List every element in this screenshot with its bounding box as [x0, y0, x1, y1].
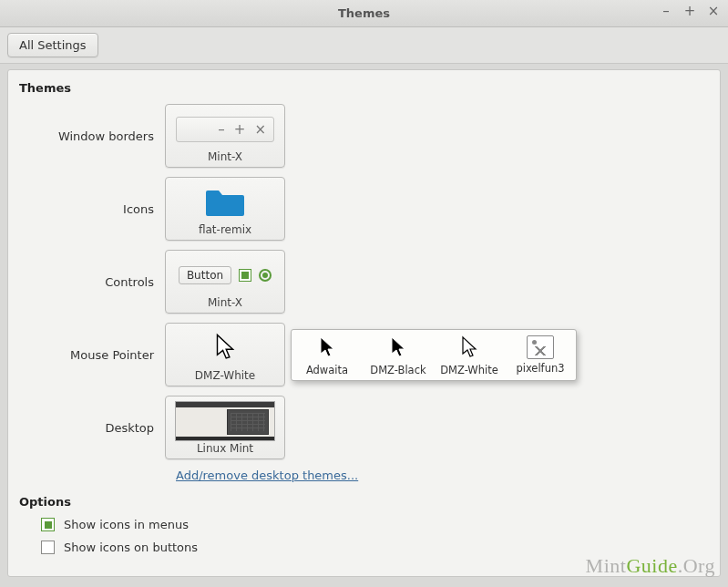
- themes-panel: Themes Window borders – + × Mint-X Icons: [7, 69, 721, 577]
- minimize-icon: –: [218, 123, 225, 137]
- content: Themes Window borders – + × Mint-X Icons: [0, 64, 728, 584]
- row-controls: Controls Button Mint-X: [19, 250, 709, 314]
- toolbar: All Settings: [0, 27, 728, 64]
- row-window-borders: Window borders – + × Mint-X: [19, 104, 709, 168]
- row-desktop: Desktop Linux Mint: [19, 396, 709, 459]
- controls-preview: Button: [171, 256, 279, 294]
- tile-controls[interactable]: Button Mint-X: [165, 250, 285, 314]
- tile-caption: flat-remix: [199, 223, 251, 236]
- pointer-option-label: DMZ-Black: [370, 364, 426, 376]
- label-icons: Icons: [19, 202, 165, 216]
- option-label: Show icons on buttons: [64, 541, 198, 554]
- tile-caption: Mint-X: [208, 150, 242, 163]
- options-section: Options Show icons in menus Show icons o…: [19, 495, 709, 554]
- option-show-icons-buttons[interactable]: Show icons on buttons: [41, 541, 709, 554]
- pointer-option-label: pixelfun3: [516, 362, 564, 375]
- close-icon: ×: [254, 123, 266, 137]
- tile-caption: Mint-X: [208, 296, 242, 309]
- section-title-options: Options: [19, 495, 709, 509]
- label-window-borders: Window borders: [19, 129, 165, 143]
- pointer-option-dmz-white[interactable]: DMZ-White: [434, 330, 505, 380]
- image-placeholder-icon: [527, 335, 554, 359]
- all-settings-button[interactable]: All Settings: [7, 33, 98, 57]
- wb-mock: – + ×: [176, 117, 274, 142]
- label-desktop: Desktop: [19, 421, 165, 435]
- pointer-option-dmz-black[interactable]: DMZ-Black: [363, 330, 434, 380]
- mock-checkbox-icon: [239, 269, 251, 282]
- minimize-button[interactable]: –: [659, 5, 673, 18]
- mouse-pointer-preview: [171, 329, 279, 367]
- option-show-icons-menus[interactable]: Show icons in menus: [41, 518, 709, 531]
- folder-icon: [204, 187, 246, 218]
- tile-mouse-pointer[interactable]: DMZ-White: [165, 323, 285, 386]
- window-title: Themes: [338, 6, 390, 20]
- pointer-option-adwaita[interactable]: Adwaita: [292, 330, 363, 380]
- maximize-button[interactable]: +: [682, 5, 697, 18]
- mock-button: Button: [179, 266, 231, 284]
- close-button[interactable]: ×: [706, 5, 721, 18]
- icons-preview: [171, 183, 279, 221]
- desktop-preview: [171, 402, 279, 440]
- pointer-option-label: DMZ-White: [440, 364, 498, 376]
- titlebar: Themes – + ×: [0, 0, 728, 27]
- tile-caption: DMZ-White: [195, 369, 255, 382]
- option-label: Show icons in menus: [64, 518, 189, 531]
- tile-desktop[interactable]: Linux Mint: [165, 396, 285, 459]
- checkbox-icon[interactable]: [41, 541, 55, 554]
- row-icons: Icons flat-remix: [19, 177, 709, 241]
- pointer-popup: Adwaita DMZ-Black DMZ-White pixelfu: [291, 329, 577, 381]
- cursor-icon: [388, 335, 408, 361]
- maximize-icon: +: [234, 123, 246, 137]
- cursor-icon: [459, 335, 479, 361]
- window-controls: – + ×: [659, 5, 721, 18]
- add-remove-themes-link[interactable]: Add/remove desktop themes...: [176, 469, 358, 482]
- window-borders-preview: – + ×: [171, 110, 279, 149]
- label-controls: Controls: [19, 275, 165, 289]
- calendar-icon: [227, 409, 269, 435]
- row-mouse-pointer: Mouse Pointer DMZ-White Adwaita: [19, 323, 709, 386]
- cursor-icon: [317, 335, 337, 361]
- cursor-icon: [212, 333, 238, 364]
- section-title-themes: Themes: [19, 81, 709, 95]
- pointer-option-pixelfun3[interactable]: pixelfun3: [505, 330, 576, 380]
- mock-radio-icon: [259, 269, 272, 282]
- desktop-thumbnail: [175, 401, 275, 441]
- tile-caption: Linux Mint: [197, 442, 253, 455]
- label-mouse-pointer: Mouse Pointer: [19, 348, 165, 362]
- pointer-option-label: Adwaita: [306, 364, 348, 376]
- tile-window-borders[interactable]: – + × Mint-X: [165, 104, 285, 168]
- tile-icons[interactable]: flat-remix: [165, 177, 285, 241]
- checkbox-icon[interactable]: [41, 518, 55, 531]
